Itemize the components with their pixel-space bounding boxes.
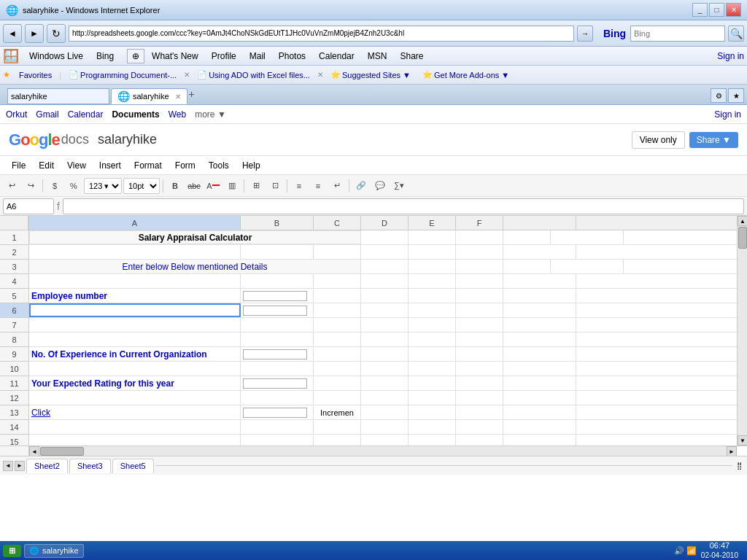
- ss-menu-form[interactable]: Form: [169, 159, 201, 172]
- cell-d9[interactable]: [361, 347, 409, 361]
- sheet-tab-5[interactable]: Sheet5: [112, 459, 154, 473]
- ie-menu-profile[interactable]: Profile: [206, 50, 242, 63]
- cell-e11[interactable]: [409, 376, 456, 390]
- cell-d6[interactable]: [361, 303, 409, 317]
- share-button[interactable]: Share ▼: [689, 132, 738, 148]
- sheet-tab-3[interactable]: Sheet3: [69, 459, 111, 473]
- cell-b6[interactable]: [241, 303, 314, 317]
- font-size-select[interactable]: 10pt ▾: [123, 178, 160, 194]
- cell-e13[interactable]: [409, 405, 456, 419]
- cell-b8[interactable]: [241, 332, 314, 346]
- cell-e9[interactable]: [409, 347, 456, 361]
- cell-d2[interactable]: [361, 245, 409, 259]
- cell-e6[interactable]: [409, 303, 456, 317]
- align-left-button[interactable]: ≡: [290, 178, 308, 194]
- cell-d14[interactable]: [361, 420, 409, 434]
- ss-menu-tools[interactable]: Tools: [203, 159, 235, 172]
- scroll-track-h[interactable]: [39, 446, 727, 456]
- cell-f8[interactable]: [456, 332, 503, 346]
- sheet-scroll-right[interactable]: ►: [15, 461, 25, 471]
- cell-b4[interactable]: [241, 274, 314, 288]
- ss-menu-edit[interactable]: Edit: [33, 159, 60, 172]
- strikethrough-button[interactable]: abc: [185, 178, 203, 194]
- cell-a12[interactable]: [29, 391, 241, 405]
- cell-e5[interactable]: [409, 289, 456, 303]
- row-header-12[interactable]: 12: [0, 391, 28, 405]
- cell-g4[interactable]: [503, 274, 576, 288]
- cell-f6[interactable]: [456, 303, 503, 317]
- cell-f13[interactable]: [456, 405, 503, 419]
- minimize-button[interactable]: _: [692, 3, 708, 17]
- cell-e1[interactable]: [456, 230, 503, 244]
- back-button[interactable]: ◄: [3, 24, 22, 43]
- cell-a13[interactable]: Click: [29, 405, 241, 419]
- cell-a8[interactable]: [29, 332, 241, 346]
- cell-d1[interactable]: [409, 230, 456, 244]
- cell-b6-input[interactable]: [243, 306, 307, 316]
- cell-a15[interactable]: [29, 435, 241, 446]
- scroll-track-v[interactable]: [738, 226, 747, 435]
- cell-f2[interactable]: [456, 245, 503, 259]
- cell-f5[interactable]: [456, 289, 503, 303]
- experience-input[interactable]: [243, 349, 307, 359]
- ie-tools-button[interactable]: ⚙: [711, 88, 727, 103]
- bold-button[interactable]: B: [166, 178, 184, 194]
- cell-c7[interactable]: [314, 318, 361, 332]
- cell-e12[interactable]: [409, 391, 456, 405]
- cell-a3[interactable]: Enter below Below mentioned Details: [29, 260, 361, 273]
- cell-g15[interactable]: [503, 435, 576, 446]
- ss-menu-view[interactable]: View: [61, 159, 92, 172]
- insert-comment-button[interactable]: 💬: [371, 178, 389, 194]
- cell-b9[interactable]: [241, 347, 314, 361]
- row-header-6[interactable]: 6: [0, 303, 28, 318]
- ie-menu-mail[interactable]: Mail: [244, 50, 271, 63]
- close-button[interactable]: ✕: [726, 3, 741, 17]
- cell-g6[interactable]: [503, 303, 576, 317]
- col-header-c[interactable]: C: [314, 216, 361, 230]
- nav-orkut[interactable]: Orkut: [6, 109, 27, 120]
- cell-e7[interactable]: [409, 318, 456, 332]
- cell-a13-text[interactable]: Click: [31, 408, 50, 418]
- cell-g10[interactable]: [503, 362, 576, 376]
- row-header-3[interactable]: 3: [0, 260, 28, 274]
- cell-g9[interactable]: [503, 347, 576, 361]
- undo-button[interactable]: ↩: [3, 178, 20, 194]
- row-header-1[interactable]: 1: [0, 230, 28, 245]
- cell-c5[interactable]: [314, 289, 361, 303]
- merge-button[interactable]: ⊡: [266, 178, 284, 194]
- refresh-button[interactable]: ↻: [47, 24, 66, 43]
- row-header-5[interactable]: 5: [0, 289, 28, 303]
- cell-f9[interactable]: [456, 347, 503, 361]
- gdocs-signin[interactable]: Sign in: [714, 109, 741, 120]
- cell-g3[interactable]: [551, 260, 624, 273]
- scroll-thumb-v[interactable]: [738, 227, 747, 249]
- nav-web[interactable]: Web: [169, 109, 186, 120]
- cell-f3[interactable]: [503, 260, 551, 273]
- row-header-13[interactable]: 13: [0, 405, 28, 420]
- ie-favorites-button[interactable]: ★: [728, 88, 744, 103]
- nav-more[interactable]: more ▼: [195, 109, 226, 120]
- sum-button[interactable]: ∑▾: [390, 178, 408, 194]
- formula-input[interactable]: [63, 198, 744, 214]
- cell-c11[interactable]: [314, 376, 361, 390]
- wrap-button[interactable]: ↵: [328, 178, 346, 194]
- scroll-thumb-h[interactable]: [40, 447, 84, 456]
- align-center-button[interactable]: ≡: [309, 178, 327, 194]
- cell-g5[interactable]: [503, 289, 576, 303]
- cell-d3[interactable]: [409, 260, 456, 273]
- col-header-b[interactable]: B: [241, 216, 314, 230]
- cell-a1[interactable]: Salary Appraisal Calculator: [29, 230, 361, 244]
- fav-close-1[interactable]: ✕: [184, 71, 190, 79]
- cell-b5[interactable]: [241, 289, 314, 303]
- maximize-button[interactable]: □: [709, 3, 724, 17]
- cell-d10[interactable]: [361, 362, 409, 376]
- cell-a2[interactable]: [29, 245, 241, 259]
- cell-f14[interactable]: [456, 420, 503, 434]
- cell-g13[interactable]: [503, 405, 576, 419]
- cell-c8[interactable]: [314, 332, 361, 346]
- ie-menu-msn[interactable]: MSN: [362, 50, 393, 63]
- col-header-e[interactable]: E: [409, 216, 456, 230]
- fav-close-2[interactable]: ✕: [317, 71, 323, 79]
- cell-e8[interactable]: [409, 332, 456, 346]
- cell-g8[interactable]: [503, 332, 576, 346]
